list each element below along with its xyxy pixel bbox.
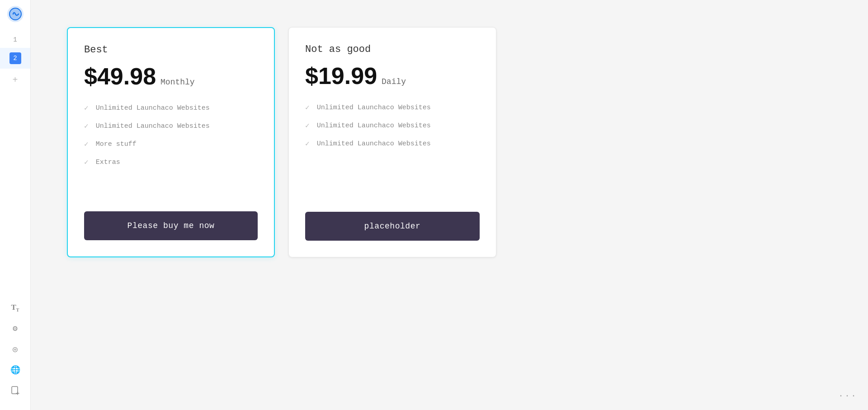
sidebar-add-button[interactable]: + <box>0 70 30 90</box>
list-item: ✓ Unlimited Launchaco Websites <box>305 103 480 112</box>
sidebar-item-page-1[interactable]: 1 <box>0 32 30 48</box>
settings-icon[interactable]: ⚙ <box>0 318 30 339</box>
plan-notasgood-period: Daily <box>382 77 406 86</box>
plan-card-best: Best $49.98 Monthly ✓ Unlimited Launchac… <box>67 27 275 257</box>
sidebar: 1 2 + TT ⚙ ◎ 🌐 <box>0 0 31 410</box>
plan-notasgood-price-row: $19.99 Daily <box>305 62 480 89</box>
svg-rect-2 <box>12 387 18 394</box>
list-item: ✓ More stuff <box>84 140 258 149</box>
sidebar-item-page-2[interactable]: 2 <box>0 48 30 69</box>
plan-best-price: $49.98 <box>84 63 156 90</box>
list-item: ✓ Extras <box>84 158 258 167</box>
list-item: ✓ Unlimited Launchaco Websites <box>84 121 258 130</box>
plan-notasgood-cta-button[interactable]: placeholder <box>305 212 480 241</box>
plan-notasgood-price: $19.99 <box>305 62 377 89</box>
plan-best-features: ✓ Unlimited Launchaco Websites ✓ Unlimit… <box>84 103 258 195</box>
plan-notasgood-title: Not as good <box>305 44 480 55</box>
preview-icon[interactable]: ◎ <box>0 339 30 359</box>
plan-notasgood-features: ✓ Unlimited Launchaco Websites ✓ Unlimit… <box>305 103 480 196</box>
main-content: Best $49.98 Monthly ✓ Unlimited Launchac… <box>31 0 868 410</box>
feature-text: Unlimited Launchaco Websites <box>96 122 210 130</box>
add-icon: + <box>12 75 18 85</box>
feature-text: Extras <box>96 158 120 166</box>
plan-best-period: Monthly <box>160 78 195 87</box>
feature-text: More stuff <box>96 140 137 148</box>
check-icon: ✓ <box>84 158 89 167</box>
check-icon: ✓ <box>84 140 89 149</box>
feature-text: Unlimited Launchaco Websites <box>317 140 431 148</box>
add-page-icon[interactable] <box>0 380 30 401</box>
check-icon: ✓ <box>305 103 310 112</box>
check-icon: ✓ <box>305 121 310 130</box>
bottom-right-menu[interactable]: ... <box>838 389 857 399</box>
page-1-label: 1 <box>13 36 17 43</box>
list-item: ✓ Unlimited Launchaco Websites <box>305 121 480 130</box>
typography-icon[interactable]: TT <box>0 298 30 318</box>
feature-text: Unlimited Launchaco Websites <box>317 122 431 130</box>
feature-text: Unlimited Launchaco Websites <box>96 104 210 112</box>
feature-text: Unlimited Launchaco Websites <box>317 104 431 112</box>
list-item: ✓ Unlimited Launchaco Websites <box>305 139 480 148</box>
globe-icon[interactable]: 🌐 <box>0 359 30 380</box>
plan-best-price-row: $49.98 Monthly <box>84 63 258 90</box>
plan-card-not-as-good: Not as good $19.99 Daily ✓ Unlimited Lau… <box>288 27 496 257</box>
check-icon: ✓ <box>305 139 310 148</box>
list-item: ✓ Unlimited Launchaco Websites <box>84 103 258 112</box>
plan-best-cta-button[interactable]: Please buy me now <box>84 211 258 240</box>
check-icon: ✓ <box>84 121 89 130</box>
plan-best-title: Best <box>84 44 258 56</box>
check-icon: ✓ <box>84 103 89 112</box>
logo[interactable] <box>7 5 24 23</box>
page-2-label: 2 <box>9 52 21 64</box>
